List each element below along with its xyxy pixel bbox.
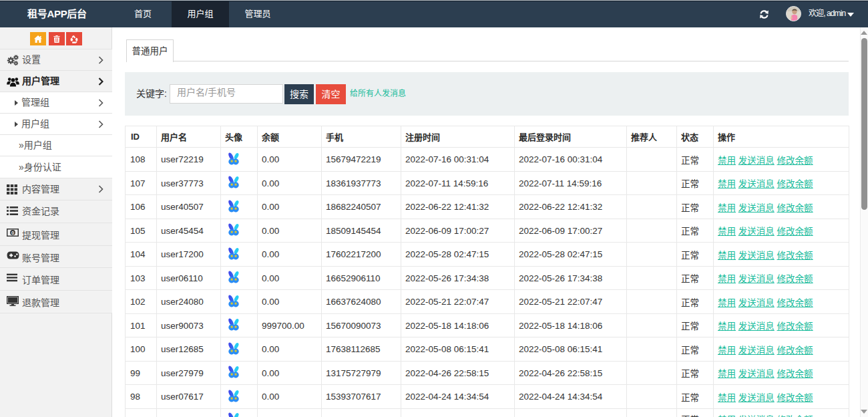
svg-text:0: 0 xyxy=(11,230,14,236)
